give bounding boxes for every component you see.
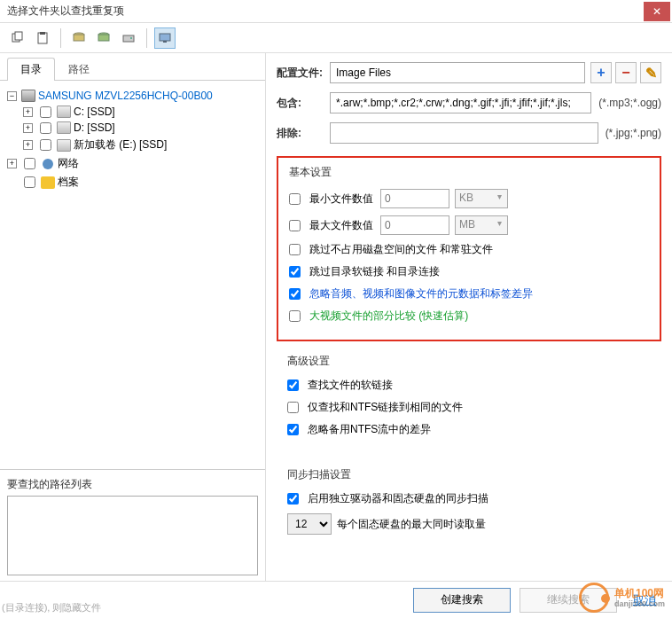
- max-size-input[interactable]: [380, 215, 449, 235]
- max-size-unit-select[interactable]: MB: [455, 215, 508, 235]
- ntfs-same-row: 仅查找和NTFS链接到相同的文件: [287, 400, 651, 415]
- partial-compare-checkbox[interactable]: [289, 310, 301, 322]
- svg-rect-8: [123, 35, 134, 42]
- sync-title: 同步扫描设置: [277, 467, 661, 482]
- expand-icon[interactable]: +: [23, 140, 33, 150]
- find-symlinks-label[interactable]: 查找文件的软链接: [308, 378, 393, 393]
- profile-add-button[interactable]: +: [590, 62, 612, 83]
- profile-label: 配置文件:: [277, 66, 330, 81]
- min-size-unit-select[interactable]: KB: [455, 189, 508, 208]
- skip-symlinks-row: 跳过目录软链接 和目录连接: [289, 264, 649, 279]
- titlebar: 选择文件夹以查找重复项 ✕: [0, 0, 672, 23]
- watermark-text: 单机100网 danji100.com: [614, 586, 665, 608]
- tree-drive-c[interactable]: + C: [SSD]: [7, 104, 258, 120]
- archive-checkbox[interactable]: [24, 176, 35, 188]
- toolbar-disk2-icon[interactable]: [93, 27, 114, 49]
- close-button[interactable]: ✕: [644, 2, 670, 21]
- find-symlinks-checkbox[interactable]: [287, 379, 299, 391]
- right-panel: 配置文件: + − ✎ 包含: (*.mp3;*.ogg) 排除: (*.jpg…: [266, 53, 672, 585]
- background-hint-text: (目录连接), 则隐藏文件: [2, 601, 101, 614]
- profile-input[interactable]: [330, 62, 585, 83]
- svg-point-12: [43, 159, 53, 169]
- tab-directory[interactable]: 目录: [7, 58, 55, 81]
- toolbar-drive-icon[interactable]: [118, 27, 139, 49]
- toolbar-paste-icon[interactable]: [32, 27, 53, 49]
- exclude-input[interactable]: [330, 122, 598, 144]
- skip-symlinks-checkbox[interactable]: [289, 266, 301, 278]
- min-size-label: 最小文件数值: [309, 192, 375, 207]
- include-hint: (*.mp3;*.ogg): [598, 97, 661, 109]
- basic-settings-section: 基本设置 最小文件数值 KB 最大文件数值 MB 跳过不占用磁盘空间的文件 和常…: [277, 156, 661, 341]
- ignore-ntfs-label[interactable]: 忽略备用NTFS流中的差异: [308, 422, 431, 437]
- toolbar-separator: [60, 28, 61, 48]
- ignore-meta-row: 忽略音频、视频和图像文件的元数据和标签差异: [289, 286, 649, 301]
- skip-zero-label[interactable]: 跳过不占用磁盘空间的文件 和常驻文件: [309, 242, 493, 257]
- sync-concurrency-select[interactable]: 12: [287, 513, 332, 535]
- watermark: 单机100网 danji100.com: [579, 583, 665, 613]
- sync-concurrency-row: 12 每个固态硬盘的最大同时读取量: [287, 513, 651, 535]
- svg-rect-1: [15, 32, 22, 40]
- drive-d-checkbox[interactable]: [40, 122, 51, 134]
- drive-c-checkbox[interactable]: [40, 106, 51, 118]
- ignore-meta-label[interactable]: 忽略音频、视频和图像文件的元数据和标签差异: [309, 286, 533, 301]
- expand-icon[interactable]: +: [23, 123, 33, 133]
- include-label: 包含:: [277, 96, 330, 111]
- create-search-button[interactable]: 创建搜索: [413, 588, 511, 613]
- ntfs-same-checkbox[interactable]: [287, 402, 299, 413]
- expand-icon[interactable]: +: [23, 107, 33, 117]
- expand-icon[interactable]: +: [7, 159, 17, 168]
- max-size-checkbox[interactable]: [289, 220, 301, 231]
- svg-rect-10: [160, 34, 170, 41]
- svg-rect-3: [40, 32, 45, 35]
- max-size-row: 最大文件数值 MB: [289, 215, 649, 235]
- path-list-label: 要查找的路径列表: [7, 477, 258, 492]
- partial-compare-label[interactable]: 大视频文件的部分比较 (快速估算): [309, 309, 468, 324]
- profile-row: 配置文件: + − ✎: [277, 62, 661, 83]
- network-checkbox[interactable]: [24, 158, 35, 169]
- min-size-checkbox[interactable]: [289, 193, 301, 205]
- include-row: 包含: (*.mp3;*.ogg): [277, 92, 661, 113]
- ignore-ntfs-checkbox[interactable]: [287, 424, 299, 435]
- tree-drive-d[interactable]: + D: [SSD]: [7, 120, 258, 136]
- window-title: 选择文件夹以查找重复项: [0, 4, 124, 19]
- path-list-section: 要查找的路径列表: [0, 469, 265, 585]
- tree-network[interactable]: + 网络: [7, 154, 258, 173]
- sync-enable-row: 启用独立驱动器和固态硬盘的同步扫描: [287, 491, 651, 506]
- skip-zero-checkbox[interactable]: [289, 244, 301, 255]
- skip-symlinks-label[interactable]: 跳过目录软链接 和目录连接: [309, 264, 440, 279]
- tree-root-label: SAMSUNG MZVL2256HCHQ-00B00: [38, 90, 213, 102]
- left-tabs: 目录 路径: [0, 57, 265, 81]
- sync-enable-label[interactable]: 启用独立驱动器和固态硬盘的同步扫描: [308, 491, 488, 506]
- archive-label: 档案: [58, 175, 79, 190]
- min-size-row: 最小文件数值 KB: [289, 189, 649, 208]
- path-list-input[interactable]: [7, 496, 258, 575]
- svg-rect-5: [74, 35, 84, 41]
- tree-archive[interactable]: 档案: [7, 173, 258, 192]
- watermark-logo-icon: [579, 583, 609, 613]
- max-size-label: 最大文件数值: [309, 218, 375, 233]
- ssd-icon: [57, 121, 71, 134]
- min-size-input[interactable]: [380, 189, 449, 208]
- profile-edit-button[interactable]: ✎: [640, 62, 661, 83]
- tab-path[interactable]: 路径: [55, 58, 103, 81]
- drive-e-checkbox[interactable]: [40, 139, 51, 151]
- tree-drive-e[interactable]: + 新加载卷 (E:) [SSD]: [7, 136, 258, 154]
- sync-enable-checkbox[interactable]: [287, 493, 299, 505]
- ignore-meta-checkbox[interactable]: [289, 288, 301, 300]
- drive-d-label: D: [SSD]: [74, 121, 115, 134]
- svg-rect-7: [98, 35, 109, 41]
- ntfs-same-label[interactable]: 仅查找和NTFS链接到相同的文件: [308, 400, 463, 415]
- drive-e-label: 新加载卷 (E:) [SSD]: [74, 137, 167, 153]
- advanced-title: 高级设置: [277, 354, 661, 369]
- partial-compare-row: 大视频文件的部分比较 (快速估算): [289, 309, 649, 324]
- drive-c-label: C: [SSD]: [74, 106, 115, 118]
- toolbar-monitor-icon[interactable]: [154, 27, 176, 49]
- toolbar-copy-icon[interactable]: [7, 27, 28, 49]
- profile-remove-button[interactable]: −: [615, 62, 637, 83]
- include-input[interactable]: [330, 92, 591, 113]
- collapse-icon[interactable]: −: [7, 91, 17, 101]
- directory-tree: − SAMSUNG MZVL2256HCHQ-00B00 + C: [SSD] …: [0, 81, 265, 469]
- toolbar-disk1-icon[interactable]: [68, 27, 90, 49]
- tree-root[interactable]: − SAMSUNG MZVL2256HCHQ-00B00: [7, 88, 258, 104]
- network-label: 网络: [58, 156, 79, 171]
